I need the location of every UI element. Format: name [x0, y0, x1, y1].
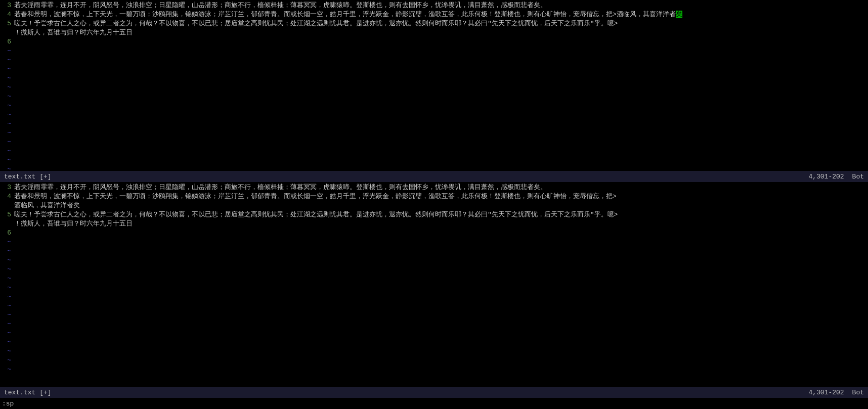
line-row: 5 ！微斯人，吾谁与归？时六年九月十五日: [0, 28, 868, 37]
tilde-row: ~: [0, 74, 868, 83]
tilde-row: ~: [0, 301, 868, 310]
line-row: 5 嗟夫！予尝求古仁人之心，或异二者之为，何哉？不以物喜，不以已悲；居庙堂之高则…: [0, 210, 868, 219]
tilde-row: ~: [0, 265, 868, 274]
bottom-editor-content: 3 若夫淫雨霏霏，连月不开，阴风怒号，浊浪排空；日星隐曜，山岳潜形；商旅不行，樯…: [0, 182, 868, 387]
tilde-row: ~: [0, 292, 868, 301]
line-text: 酒临风，其喜洋洋者矣: [14, 201, 868, 210]
tilde-row: ~: [0, 347, 868, 356]
tilde-row: ~: [0, 101, 868, 110]
line-text: 若春和景明，波澜不惊，上下天光，一碧万顷；沙鸥翔集，锦鳞游泳；岸芷汀兰，郁郁青青…: [14, 10, 868, 19]
line-number: 4: [0, 10, 14, 19]
tilde-row: ~: [0, 310, 868, 320]
tilde-row: ~: [0, 138, 868, 147]
line-row: 5 嗟夫！予尝求古仁人之心，或异二者之为，何哉？不以物喜，不以已悲；居庙堂之高则…: [0, 19, 868, 28]
tilde-row: ~: [0, 65, 868, 74]
top-status-bar: text.txt [+] 4,301-202 Bot: [0, 171, 868, 182]
bottom-status-bar: text.txt [+] 4,301-202 Bot: [0, 387, 868, 398]
bottom-filename: text.txt [+]: [4, 389, 52, 396]
line-number: 6: [0, 229, 14, 238]
line-text: 嗟夫！予尝求古仁人之心，或异二者之为，何哉？不以物喜，不以已悲；居庙堂之高则忧其…: [14, 19, 868, 28]
top-filename: text.txt [+]: [4, 173, 52, 180]
bottom-bot-label: Bot: [852, 389, 864, 396]
line-text: ！微斯人，吾谁与归？时六年九月十五日: [14, 219, 868, 229]
tilde-row: ~: [0, 165, 868, 171]
line-row: 6: [0, 37, 868, 47]
highlighted-char: 矣: [676, 11, 682, 18]
top-editor-content: 3 若夫淫雨霏霏，连月不开，阴风怒号，浊浪排空；日星隐曜，山岳潜形；商旅不行，樯…: [0, 0, 868, 171]
tilde-row: ~: [0, 83, 868, 92]
top-position: 4,301-202: [808, 173, 844, 180]
command-text: :sp: [2, 400, 14, 407]
tilde-row: ~: [0, 92, 868, 101]
line-text: ！微斯人，吾谁与归？时六年九月十五日: [14, 28, 868, 37]
line-text: 嗟夫！予尝求古仁人之心，或异二者之为，何哉？不以物喜，不以已悲；居庙堂之高则忧其…: [14, 210, 868, 219]
line-number: 5: [0, 19, 14, 28]
tilde-row: ~: [0, 119, 868, 128]
line-row: 3 若夫淫雨霏霏，连月不开，阴风怒号，浊浪排空；日星隐曜，山岳潜形；商旅不行，樯…: [0, 183, 868, 192]
tilde-row: ~: [0, 320, 868, 329]
line-row: 4 酒临风，其喜洋洋者矣: [0, 201, 868, 210]
line-number: 5: [0, 210, 14, 219]
line-number: 3: [0, 183, 14, 192]
tilde-row: ~: [0, 365, 868, 374]
tilde-row: ~: [0, 283, 868, 292]
tilde-row: ~: [0, 274, 868, 283]
tilde-row: ~: [0, 47, 868, 56]
tilde-row: ~: [0, 110, 868, 119]
top-bot-label: Bot: [852, 173, 864, 180]
tilde-row: ~: [0, 238, 868, 247]
tilde-row: ~: [0, 128, 868, 138]
bottom-editor-pane[interactable]: 3 若夫淫雨霏霏，连月不开，阴风怒号，浊浪排空；日星隐曜，山岳潜形；商旅不行，樯…: [0, 182, 868, 409]
tilde-row: ~: [0, 56, 868, 65]
tilde-row: ~: [0, 247, 868, 256]
line-text: 若春和景明，波澜不惊，上下天光，一碧万顷；沙鸥翔集，锦鳞游泳；岸芷汀兰，郁郁青青…: [14, 192, 868, 201]
bottom-position: 4,301-202: [808, 389, 844, 396]
tilde-row: ~: [0, 156, 868, 165]
tilde-row: ~: [0, 147, 868, 156]
line-row: 4 若春和景明，波澜不惊，上下天光，一碧万顷；沙鸥翔集，锦鳞游泳；岸芷汀兰，郁郁…: [0, 10, 868, 19]
line-text: 若夫淫雨霏霏，连月不开，阴风怒号，浊浪排空；日星隐曜，山岳潜形；商旅不行，樯倾楫…: [14, 1, 868, 10]
line-number: 4: [0, 192, 14, 201]
tilde-row: ~: [0, 329, 868, 338]
top-editor-pane[interactable]: 3 若夫淫雨霏霏，连月不开，阴风怒号，浊浪排空；日星隐曜，山岳潜形；商旅不行，樯…: [0, 0, 868, 182]
line-row: 5 ！微斯人，吾谁与归？时六年九月十五日: [0, 219, 868, 229]
line-row: 3 若夫淫雨霏霏，连月不开，阴风怒号，浊浪排空；日星隐曜，山岳潜形；商旅不行，樯…: [0, 1, 868, 10]
line-number: 6: [0, 37, 14, 47]
line-row: 4 若春和景明，波澜不惊，上下天光，一碧万顷；沙鸥翔集，锦鳞游泳；岸芷汀兰，郁郁…: [0, 192, 868, 201]
command-bar[interactable]: :sp: [0, 398, 868, 409]
tilde-row: ~: [0, 356, 868, 365]
tilde-row: ~: [0, 338, 868, 347]
line-text: 若夫淫雨霏霏，连月不开，阴风怒号，浊浪排空；日星隐曜，山岳潜形；商旅不行，樯倾楫…: [14, 183, 868, 192]
line-number: 3: [0, 1, 14, 10]
line-row: 6: [0, 229, 868, 238]
tilde-row: ~: [0, 256, 868, 265]
